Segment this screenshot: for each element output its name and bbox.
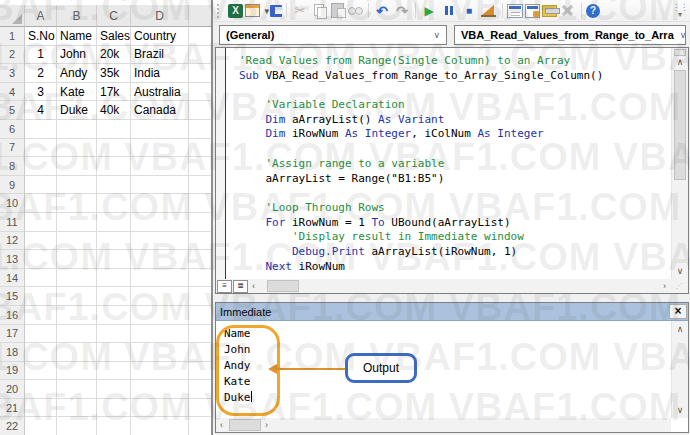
cell-A8[interactable] (25, 157, 57, 176)
resize-grip[interactable]: ⋰ (670, 279, 688, 293)
select-all-corner[interactable] (0, 5, 25, 27)
row-header-5[interactable]: 5 (0, 101, 25, 120)
row-header-6[interactable]: 6 (0, 120, 25, 139)
cell-B15[interactable] (57, 287, 97, 306)
cell-partial-1[interactable] (189, 27, 212, 46)
cell-partial-16[interactable] (189, 306, 212, 325)
cell-A20[interactable] (25, 380, 57, 399)
cell-partial-12[interactable] (189, 232, 212, 251)
cell-D12[interactable] (131, 232, 189, 251)
toolbar-options-icon[interactable]: ⋮⋮▾ (672, 4, 688, 18)
cell-partial-8[interactable] (189, 157, 212, 176)
cell-A12[interactable] (25, 232, 57, 251)
cell-B21[interactable] (57, 399, 97, 418)
cell-B17[interactable] (57, 325, 97, 344)
full-module-view-button[interactable]: ≣ (233, 280, 248, 293)
cell-B2[interactable]: John (57, 46, 97, 65)
cell-partial-22[interactable] (189, 417, 212, 435)
row-header-3[interactable]: 3 (0, 64, 25, 83)
cell-A11[interactable] (25, 213, 57, 232)
cell-partial-20[interactable] (189, 380, 212, 399)
cell-B20[interactable] (57, 380, 97, 399)
row-header-1[interactable]: 1 (0, 27, 25, 46)
cell-A18[interactable] (25, 343, 57, 362)
row-header-22[interactable]: 22 (0, 417, 25, 435)
cell-A3[interactable]: 2 (25, 64, 57, 83)
scroll-thumb[interactable] (674, 70, 686, 180)
cell-partial-2[interactable] (189, 46, 212, 65)
cell-D3[interactable]: India (131, 64, 189, 83)
cell-B3[interactable]: Andy (57, 64, 97, 83)
cell-A10[interactable] (25, 194, 57, 213)
row-header-18[interactable]: 18 (0, 343, 25, 362)
reset-icon[interactable]: ■ (460, 2, 478, 19)
cell-C8[interactable] (97, 157, 131, 176)
row-header-9[interactable]: 9 (0, 176, 25, 195)
cell-B14[interactable] (57, 269, 97, 288)
cell-C19[interactable] (97, 362, 131, 381)
code-horizontal-scrollbar[interactable]: ≡ ≣ ‹ › (216, 279, 670, 293)
cell-C18[interactable] (97, 343, 131, 362)
cell-A15[interactable] (25, 287, 57, 306)
cell-C7[interactable] (97, 139, 131, 158)
design-mode-icon[interactable] (480, 2, 498, 19)
row-header-7[interactable]: 7 (0, 139, 25, 158)
row-header-11[interactable]: 11 (0, 213, 25, 232)
cell-C15[interactable] (97, 287, 131, 306)
cell-B6[interactable] (57, 120, 97, 139)
object-dropdown[interactable]: (General) ∨ (219, 25, 447, 45)
cell-D20[interactable] (131, 380, 189, 399)
cell-A14[interactable] (25, 269, 57, 288)
cell-C6[interactable] (97, 120, 131, 139)
cell-C4[interactable]: 17k (97, 83, 131, 102)
cell-D14[interactable] (131, 269, 189, 288)
cell-C2[interactable]: 20k (97, 46, 131, 65)
cell-C14[interactable] (97, 269, 131, 288)
cell-C1[interactable]: Sales (97, 27, 131, 46)
cell-D13[interactable] (131, 250, 189, 269)
column-header-C[interactable]: C (97, 5, 131, 27)
row-header-14[interactable]: 14 (0, 269, 25, 288)
view-microsoft-excel-icon[interactable]: X (228, 4, 243, 18)
cell-D18[interactable] (131, 343, 189, 362)
cell-B22[interactable] (57, 417, 97, 435)
cell-C17[interactable] (97, 325, 131, 344)
cell-B12[interactable] (57, 232, 97, 251)
column-header-B[interactable]: B (57, 5, 97, 27)
cell-B19[interactable] (57, 362, 97, 381)
row-header-15[interactable]: 15 (0, 287, 25, 306)
scroll-up-icon[interactable]: ∧ (672, 323, 688, 335)
row-header-10[interactable]: 10 (0, 194, 25, 213)
help-icon[interactable]: ? (586, 4, 600, 18)
cell-A19[interactable] (25, 362, 57, 381)
cell-A5[interactable]: 4 (25, 101, 57, 120)
immediate-vertical-scrollbar[interactable]: ∧ ∨ (671, 321, 688, 418)
column-header-A[interactable]: A (25, 5, 57, 27)
object-browser-icon[interactable] (542, 5, 557, 17)
procedure-view-button[interactable]: ≡ (217, 280, 232, 293)
cell-D19[interactable] (131, 362, 189, 381)
cell-A4[interactable]: 3 (25, 83, 57, 102)
cell-C20[interactable] (97, 380, 131, 399)
row-header-13[interactable]: 13 (0, 250, 25, 269)
cell-partial-14[interactable] (189, 269, 212, 288)
cell-A21[interactable] (25, 399, 57, 418)
cell-partial-10[interactable] (189, 194, 212, 213)
cell-partial-18[interactable] (189, 343, 212, 362)
cell-partial-7[interactable] (189, 139, 212, 158)
cell-partial-5[interactable] (189, 101, 212, 120)
cell-partial-6[interactable] (189, 120, 212, 139)
undo-icon[interactable]: ↶ (373, 2, 391, 19)
cell-A22[interactable] (25, 417, 57, 435)
cell-C16[interactable] (97, 306, 131, 325)
run-sub-icon[interactable]: ▶ (420, 2, 438, 19)
properties-window-icon[interactable] (525, 4, 540, 18)
code-vertical-scrollbar[interactable]: ∧ ∨ (671, 48, 688, 279)
cell-C9[interactable] (97, 176, 131, 195)
cell-B4[interactable]: Kate (57, 83, 97, 102)
scroll-right-icon[interactable]: › (659, 281, 670, 291)
cell-D4[interactable]: Australia (131, 83, 189, 102)
cell-partial-9[interactable] (189, 176, 212, 195)
cell-B10[interactable] (57, 194, 97, 213)
cell-partial-11[interactable] (189, 213, 212, 232)
